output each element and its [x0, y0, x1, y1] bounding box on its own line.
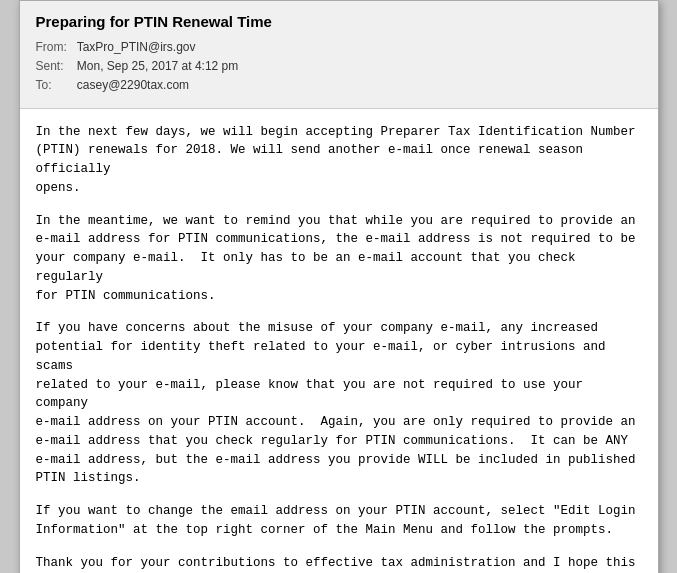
email-meta: From: TaxPro_PTIN@irs.gov Sent: Mon, Sep… — [36, 38, 642, 96]
body-paragraph-5: Thank you for your contributions to effe… — [36, 554, 642, 573]
body-paragraph-1: In the next few days, we will begin acce… — [36, 123, 642, 198]
to-label: To: — [36, 76, 74, 95]
body-paragraph-2: In the meantime, we want to remind you t… — [36, 212, 642, 306]
body-paragraph-3: If you have concerns about the misuse of… — [36, 319, 642, 488]
sent-label: Sent: — [36, 57, 74, 76]
email-header: Preparing for PTIN Renewal Time From: Ta… — [20, 1, 658, 109]
email-from: From: TaxPro_PTIN@irs.gov — [36, 38, 642, 57]
email-sent: Sent: Mon, Sep 25, 2017 at 4:12 pm — [36, 57, 642, 76]
email-to: To: casey@2290tax.com — [36, 76, 642, 95]
from-label: From: — [36, 38, 74, 57]
body-paragraph-4: If you want to change the email address … — [36, 502, 642, 540]
sent-value: Mon, Sep 25, 2017 at 4:12 pm — [77, 59, 238, 73]
email-window: Preparing for PTIN Renewal Time From: Ta… — [19, 0, 659, 573]
from-value: TaxPro_PTIN@irs.gov — [77, 40, 196, 54]
to-value: casey@2290tax.com — [77, 78, 189, 92]
email-subject: Preparing for PTIN Renewal Time — [36, 13, 642, 30]
email-body: In the next few days, we will begin acce… — [20, 109, 658, 573]
